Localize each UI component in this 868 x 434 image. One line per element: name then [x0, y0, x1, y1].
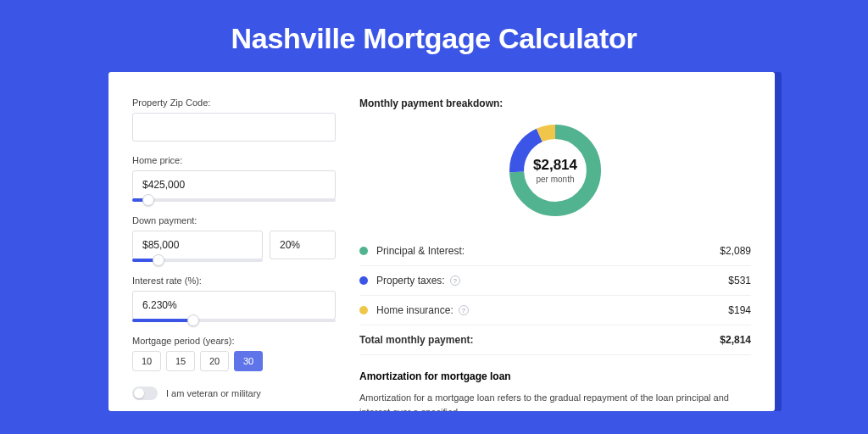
dot-icon: [359, 276, 368, 285]
rate-slider-thumb[interactable]: [187, 314, 199, 326]
period-options: 10 15 20 30: [132, 351, 336, 371]
down-amount-input[interactable]: [132, 231, 263, 259]
price-input[interactable]: [132, 170, 336, 199]
period-option-10[interactable]: 10: [132, 351, 161, 371]
veteran-row: I am veteran or military: [132, 387, 336, 400]
donut-sublabel: per month: [536, 175, 574, 184]
legend: Principal & Interest: $2,089 Property ta…: [359, 236, 751, 355]
legend-row-pi: Principal & Interest: $2,089: [359, 236, 751, 266]
form-panel: Property Zip Code: Home price: Down paym…: [132, 97, 336, 411]
info-icon[interactable]: ?: [450, 275, 460, 286]
veteran-toggle[interactable]: [132, 387, 158, 400]
period-option-15[interactable]: 15: [166, 351, 195, 371]
down-slider-thumb[interactable]: [153, 254, 164, 266]
price-label: Home price:: [132, 155, 336, 165]
price-slider[interactable]: [132, 198, 336, 202]
amortization-title: Amortization for mortgage loan: [359, 370, 751, 382]
field-period: Mortgage period (years): 10 15 20 30: [132, 336, 336, 371]
down-percent-input[interactable]: [270, 231, 336, 259]
dot-icon: [359, 306, 368, 314]
legend-value: $194: [728, 304, 751, 316]
calculator-card: Property Zip Code: Home price: Down paym…: [108, 72, 775, 411]
donut-center: $2,814 per month: [504, 120, 606, 221]
amortization-section: Amortization for mortgage loan Amortizat…: [359, 370, 751, 411]
total-value: $2,814: [720, 334, 751, 346]
down-label: Down payment:: [132, 215, 336, 225]
total-label: Total monthly payment:: [359, 334, 473, 346]
field-home-price: Home price:: [132, 155, 336, 202]
field-interest-rate: Interest rate (%):: [132, 275, 336, 322]
price-slider-thumb[interactable]: [142, 194, 154, 206]
legend-label: Principal & Interest:: [376, 245, 465, 257]
breakdown-title: Monthly payment breakdown:: [359, 97, 751, 109]
info-icon[interactable]: ?: [459, 305, 469, 315]
page-title: Nashville Mortgage Calculator: [0, 0, 868, 72]
legend-row-tax: Property taxes: ? $531: [359, 266, 751, 296]
amortization-text: Amortization for a mortgage loan refers …: [359, 391, 751, 411]
legend-label: Home insurance:: [376, 304, 453, 316]
rate-slider[interactable]: [132, 319, 336, 322]
zip-input[interactable]: [132, 113, 336, 142]
veteran-label: I am veteran or military: [166, 388, 261, 398]
rate-input[interactable]: [132, 291, 336, 320]
rate-label: Interest rate (%):: [132, 275, 336, 286]
legend-label: Property taxes:: [376, 275, 445, 287]
zip-label: Property Zip Code:: [132, 97, 336, 108]
donut-value: $2,814: [533, 157, 577, 174]
period-option-30[interactable]: 30: [234, 351, 263, 371]
donut-chart: $2,814 per month: [359, 120, 751, 221]
field-zip: Property Zip Code:: [132, 97, 336, 142]
dot-icon: [359, 247, 368, 255]
period-label: Mortgage period (years):: [132, 336, 336, 346]
legend-row-ins: Home insurance: ? $194: [359, 296, 751, 326]
legend-value: $2,089: [720, 245, 751, 257]
down-slider[interactable]: [132, 259, 263, 262]
period-option-20[interactable]: 20: [200, 351, 229, 371]
field-down-payment: Down payment:: [132, 215, 336, 262]
legend-row-total: Total monthly payment: $2,814: [359, 326, 751, 355]
legend-value: $531: [728, 275, 751, 287]
breakdown-panel: Monthly payment breakdown: $2,814 per mo…: [359, 97, 751, 411]
